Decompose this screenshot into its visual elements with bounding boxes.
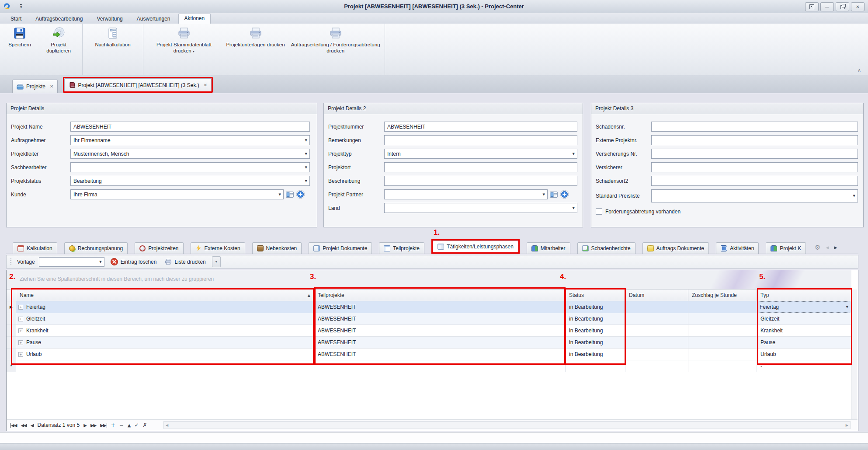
column-header-teilprojekte[interactable]: Teilprojekte — [314, 290, 566, 301]
column-header-status[interactable]: Status — [566, 290, 625, 301]
quick-access-dropdown-icon[interactable]: ▾ — [20, 4, 22, 9]
group-by-area[interactable]: Ziehen Sie eine Spaltenüberschrift in di… — [7, 270, 851, 289]
nav-last-button[interactable]: ▶▶ — [100, 423, 107, 428]
schadensnr-field[interactable] — [651, 122, 858, 132]
column-header-typ[interactable]: Typ — [757, 290, 851, 301]
doc-tab-projekt-abwesenheit[interactable]: Projekt [ABWESENHEIT] [ABWESENHEIT] (3 S… — [64, 78, 212, 91]
column-header-zuschlag[interactable]: Zuschlag je Stunde — [688, 290, 757, 301]
chevron-down-icon[interactable]: ▼ — [279, 193, 281, 196]
contact-card-icon[interactable] — [550, 192, 558, 198]
close-tab-icon[interactable]: ✕ — [50, 84, 53, 89]
print-auftragserteilung-button[interactable]: Auftragserteilung / Forderungsabtretung … — [289, 26, 382, 55]
minimize-button[interactable]: — — [820, 2, 834, 11]
land-field[interactable]: ▼ — [384, 203, 577, 213]
tab-externe-kosten[interactable]: Externe Kosten — [191, 242, 245, 254]
kunde-field[interactable]: Ihre Firma▼ — [70, 189, 284, 199]
new-row[interactable]: * - — [7, 360, 851, 372]
tab-mitarbeiter[interactable]: Mitarbeiter — [527, 242, 570, 254]
nav-edit-button[interactable]: ▲ — [128, 423, 131, 428]
tab-nebenkosten[interactable]: Nebenkosten — [252, 242, 302, 254]
add-partner-button[interactable] — [560, 190, 569, 199]
vorlage-combo[interactable]: ▼ — [39, 257, 104, 267]
chevron-down-icon[interactable]: ▼ — [846, 305, 848, 309]
table-row[interactable]: +Urlaub ABWESENHEIT in Bearbeitung Urlau… — [7, 349, 851, 360]
versicherer-field[interactable] — [651, 162, 858, 172]
forderungsabtretung-checkbox[interactable] — [596, 208, 602, 215]
projekttyp-field[interactable]: Intern▼ — [384, 149, 577, 159]
projektort-field[interactable] — [384, 162, 577, 172]
chevron-down-icon[interactable]: ▼ — [853, 194, 855, 198]
tab-scroll-right-icon[interactable]: ▶ — [834, 245, 837, 250]
ribbon-tab-start[interactable]: Start — [4, 14, 28, 24]
nav-next-button[interactable]: ▶ — [83, 423, 87, 428]
tab-projekt-k[interactable]: Projekt K — [766, 242, 806, 254]
chevron-down-icon[interactable]: ▼ — [573, 152, 575, 156]
nav-first-button[interactable]: ◀◀ — [10, 423, 17, 428]
nachkalkulation-button[interactable]: Nachkalkulation — [87, 26, 139, 49]
sachbearbeiter-field[interactable]: ▼ — [70, 162, 310, 172]
nav-commit-button[interactable]: ✓ — [135, 422, 139, 428]
chevron-down-icon[interactable]: ▼ — [543, 193, 545, 196]
expand-icon[interactable]: + — [18, 340, 23, 345]
nav-add-button[interactable]: + — [111, 422, 115, 428]
table-row[interactable]: +Pause ABWESENHEIT in Bearbeitung Pause — [7, 337, 851, 349]
nav-next-page-button[interactable]: ▶▶ — [90, 423, 96, 428]
projekt-partner-field[interactable]: ▼ — [384, 189, 548, 199]
tab-projekt-dokumente[interactable]: Projekt Dokumente — [309, 242, 372, 254]
table-row[interactable]: +Gleitzeit ABWESENHEIT in Bearbeitung Gl… — [7, 313, 851, 325]
vertical-scrollbar[interactable] — [851, 290, 858, 419]
projektstatus-field[interactable]: Bearbeitung▼ — [70, 176, 310, 186]
table-row[interactable]: ▶ +Feiertag ABWESENHEIT in Bearbeitung F… — [7, 301, 851, 313]
ribbon-tab-verwaltung[interactable]: Verwaltung — [90, 14, 128, 24]
print-stammdatenblatt-button[interactable]: Projekt Stammdatenblatt drucken ▾ — [146, 26, 222, 55]
beschreibung-field[interactable] — [384, 176, 577, 186]
chevron-down-icon[interactable]: ▼ — [305, 152, 307, 156]
close-button[interactable]: ✕ — [851, 2, 865, 11]
duplicate-project-button[interactable]: Projekt duplizieren — [38, 26, 80, 55]
save-button[interactable]: Speichern — [3, 26, 37, 49]
tab-kalkulation[interactable]: Kalkulation — [13, 242, 57, 254]
nav-prev-button[interactable]: ◀ — [31, 423, 34, 428]
restore-button[interactable] — [836, 2, 849, 11]
print-list-button[interactable]: Liste drucken — [163, 257, 208, 267]
scroll-left-icon[interactable]: ◀ — [166, 423, 168, 427]
column-header-datum[interactable]: Datum — [625, 290, 688, 301]
tab-schadenberichte[interactable]: Schadenberichte — [577, 242, 635, 254]
expand-icon[interactable]: + — [18, 328, 23, 333]
chevron-down-icon[interactable]: ▼ — [305, 139, 307, 142]
typ-combo-editor[interactable]: Feiertag▼ — [758, 301, 850, 313]
close-tab-icon[interactable]: ✕ — [204, 83, 207, 87]
expand-icon[interactable]: + — [18, 317, 23, 321]
ribbon-tab-auswertungen[interactable]: Auswertungen — [131, 14, 177, 24]
nav-cancel-button[interactable]: ✗ — [143, 422, 147, 428]
tab-taetigkeiten-leistungsphasen[interactable]: Tätigkeiten/Leistungsphasen — [433, 241, 518, 252]
projektnummer-field[interactable]: ABWESENHEIT — [384, 122, 577, 132]
chevron-down-icon[interactable]: ▼ — [305, 179, 307, 183]
ribbon-tab-aktionen[interactable]: Aktionen — [178, 14, 211, 24]
projekt-name-field[interactable]: ABWESENHEIT — [70, 122, 310, 132]
chevron-down-icon[interactable]: ▼ — [573, 206, 575, 210]
versicherungs-nr-field[interactable] — [651, 149, 858, 159]
tab-teilprojekte[interactable]: Teilprojekte — [379, 242, 424, 254]
tab-scroll-left-icon[interactable]: ◀ — [826, 245, 829, 250]
expand-icon[interactable]: + — [18, 352, 23, 357]
toolbar-overflow-button[interactable]: ▾ — [212, 256, 221, 267]
screenshot-button[interactable] — [805, 2, 819, 11]
tab-projektzeiten[interactable]: Projektzeiten — [135, 242, 183, 254]
chevron-down-icon[interactable]: ▼ — [99, 260, 101, 264]
bemerkungen-field[interactable] — [384, 135, 577, 145]
scroll-right-icon[interactable]: ▶ — [846, 423, 848, 427]
standard-preisliste-field[interactable]: ▼ — [651, 189, 858, 202]
ribbon-collapse-icon[interactable]: ∧ — [858, 67, 861, 73]
toolbar-grip-handle[interactable] — [10, 258, 12, 265]
horizontal-scrollbar[interactable]: ◀ ▶ — [163, 421, 851, 429]
chevron-down-icon[interactable]: ▼ — [305, 166, 307, 169]
column-header-name[interactable]: Name▲ — [16, 290, 314, 301]
table-row[interactable]: +Krankheit ABWESENHEIT in Bearbeitung Kr… — [7, 325, 851, 337]
add-customer-button[interactable] — [296, 190, 305, 199]
nav-prev-page-button[interactable]: ◀◀ — [21, 423, 26, 428]
nav-remove-button[interactable]: − — [119, 422, 124, 428]
doc-tab-projekte[interactable]: Projekte ✕ — [12, 80, 58, 93]
auftragnehmer-field[interactable]: Ihr Firmenname▼ — [70, 135, 310, 145]
expand-icon[interactable]: + — [18, 305, 23, 310]
